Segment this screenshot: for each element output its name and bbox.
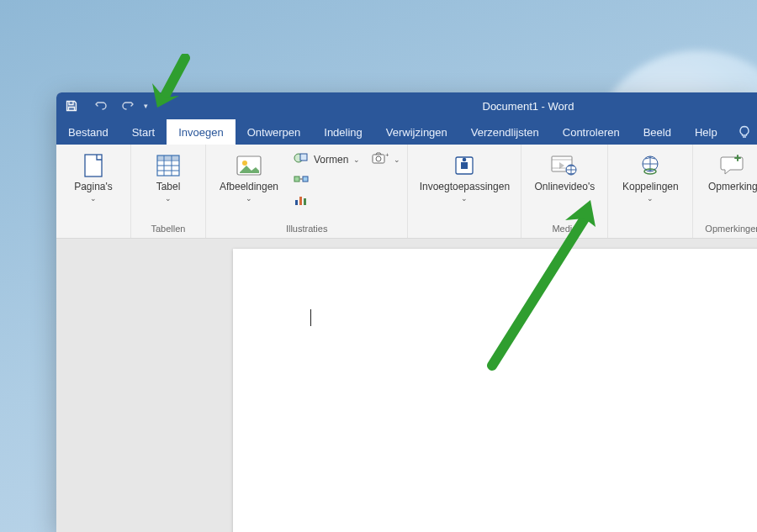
svg-rect-6 (300, 154, 307, 161)
paginas-button[interactable]: Pagina's ⌄ (63, 150, 124, 221)
ribbon: Pagina's ⌄ Tabel ⌄ Tabellen (56, 145, 757, 239)
afbeeldingen-label: Afbeeldingen (220, 182, 278, 193)
koppelingen-label: Koppelingen (622, 182, 679, 193)
redo-icon[interactable] (122, 99, 135, 113)
addins-icon (450, 153, 479, 178)
customize-qat-icon[interactable]: ▾ (144, 102, 148, 110)
document-area[interactable] (56, 239, 757, 532)
svg-rect-9 (295, 200, 298, 205)
group-tabellen: Tabel ⌄ Tabellen (131, 145, 206, 238)
undo-icon[interactable] (93, 99, 107, 113)
tab-beeld[interactable]: Beeld (632, 119, 683, 145)
grafiek-button[interactable] (294, 193, 360, 209)
word-window: ▾ Document1 - Word Bestand Start Invoege… (56, 92, 757, 532)
opmerking-button[interactable]: Opmerking (700, 150, 757, 221)
chevron-down-icon: ⌄ (461, 194, 468, 203)
save-icon[interactable] (65, 99, 78, 113)
tab-bestand[interactable]: Bestand (56, 119, 120, 145)
page-icon (79, 153, 108, 178)
tell-me-icon[interactable] (729, 119, 757, 145)
invoegtoepassingen-label: Invoegtoepassingen (420, 182, 510, 193)
group-invoegtoepassingen: Invoegtoepassingen ⌄ (408, 145, 521, 238)
svg-rect-2 (157, 155, 179, 160)
window-title: Document1 - Word (483, 100, 574, 113)
paginas-label: Pagina's (74, 182, 113, 193)
group-label-paginas (63, 222, 124, 236)
smartart-icon (294, 172, 309, 188)
camera-plus-icon: + (372, 151, 389, 167)
title-bar: ▾ Document1 - Word (56, 92, 757, 119)
illustraties-minis: Vormen ⌄ (294, 150, 360, 209)
tab-ontwerpen[interactable]: Ontwerpen (236, 119, 313, 145)
group-paginas: Pagina's ⌄ (56, 145, 131, 238)
chevron-down-icon: ⌄ (647, 194, 654, 203)
onlinevideos-button[interactable]: Onlinevideo's (528, 150, 601, 221)
quick-access-toolbar: ▾ (65, 99, 148, 113)
smartart-button[interactable] (294, 172, 360, 188)
svg-point-4 (242, 161, 247, 166)
afbeeldingen-button[interactable]: Afbeeldingen ⌄ (213, 150, 285, 221)
pictures-icon (235, 153, 263, 178)
svg-text:+: + (385, 151, 389, 159)
onlinevideos-label: Onlinevideo's (535, 182, 596, 193)
group-opmerkingen: Opmerking Opmerkingen (693, 145, 757, 238)
chevron-down-icon: ⌄ (394, 155, 400, 164)
text-cursor (310, 309, 311, 326)
chevron-down-icon: ⌄ (165, 194, 172, 203)
koppelingen-button[interactable]: Koppelingen ⌄ (615, 150, 686, 221)
online-pictures-button[interactable]: + ⌄ (372, 151, 400, 167)
tabel-button[interactable]: Tabel ⌄ (138, 150, 199, 221)
chart-icon (294, 193, 309, 209)
svg-rect-0 (85, 155, 102, 176)
group-illustraties: Afbeeldingen ⌄ Vormen ⌄ (206, 145, 408, 238)
group-label-opmerkingen: Opmerkingen (700, 222, 757, 236)
tab-start[interactable]: Start (120, 119, 167, 145)
document-page[interactable] (233, 249, 757, 532)
tab-invoegen[interactable]: Invoegen (167, 119, 236, 145)
illustraties-minis-2: + ⌄ (368, 150, 400, 167)
svg-rect-10 (299, 197, 302, 205)
shapes-icon (294, 151, 309, 167)
svg-rect-7 (294, 176, 299, 182)
tab-indeling[interactable]: Indeling (312, 119, 374, 145)
invoegtoepassingen-button[interactable]: Invoegtoepassingen ⌄ (415, 150, 514, 221)
link-globe-icon (636, 153, 664, 178)
group-media: Onlinevideo's Media (521, 145, 608, 238)
group-label-illustraties: Illustraties (213, 222, 400, 236)
vormen-button[interactable]: Vormen ⌄ (294, 151, 360, 167)
chevron-down-icon: ⌄ (90, 194, 97, 203)
svg-point-16 (463, 158, 467, 162)
svg-rect-11 (304, 198, 306, 205)
tabel-label: Tabel (156, 182, 181, 193)
ribbon-tabs: Bestand Start Invoegen Ontwerpen Indelin… (56, 119, 757, 145)
chevron-down-icon: ⌄ (246, 194, 252, 203)
online-video-icon (550, 153, 579, 178)
tab-verzendlijsten[interactable]: Verzendlijsten (459, 119, 551, 145)
table-icon (154, 153, 183, 178)
chevron-down-icon: ⌄ (353, 155, 360, 164)
group-label-invoeg (415, 222, 514, 236)
opmerking-label: Opmerking (708, 182, 757, 193)
tab-help[interactable]: Help (683, 119, 729, 145)
group-label-tabellen: Tabellen (138, 222, 199, 236)
tab-controleren[interactable]: Controleren (551, 119, 632, 145)
comment-icon (718, 153, 747, 178)
tab-verwijzingen[interactable]: Verwijzingen (374, 119, 459, 145)
group-koppelingen: Koppelingen ⌄ (608, 145, 693, 238)
group-label-media: Media (528, 222, 601, 236)
group-label-koppelingen (615, 222, 686, 236)
vormen-label: Vormen (314, 154, 348, 166)
svg-rect-8 (303, 176, 308, 182)
